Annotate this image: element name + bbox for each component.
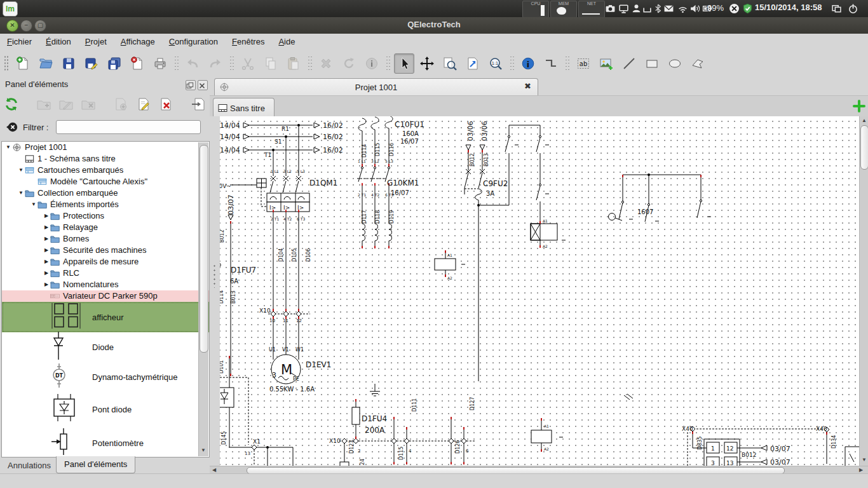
monitor-applet-cpu[interactable]: CPU xyxy=(522,1,549,18)
open-project-button[interactable] xyxy=(36,53,56,74)
monitor-applet-mem[interactable]: MEM xyxy=(550,1,577,18)
new-document-button[interactable] xyxy=(13,53,33,74)
monitor-applet-net[interactable]: NET xyxy=(578,1,605,18)
tree-item-protections[interactable]: ▶Protections xyxy=(2,210,209,222)
menu-launcher-icon[interactable]: lm xyxy=(3,1,18,17)
zoom-fit-button[interactable] xyxy=(440,53,460,74)
save-button[interactable] xyxy=(58,53,79,74)
edit-element-button[interactable] xyxy=(135,95,152,113)
tree-scrollbar-thumb[interactable] xyxy=(200,145,208,353)
collapse-icon[interactable]: ▼ xyxy=(30,201,37,207)
scroll-right-icon[interactable]: ▶ xyxy=(859,467,863,473)
project-tab[interactable]: Projet 1001 ✖ xyxy=(214,78,538,96)
tree-item-appareils-de-mesure[interactable]: ▶Appareils de mesure xyxy=(2,256,209,268)
tree-item-1-sche-ma-sans-titre[interactable]: 1 - Schéma sans titre xyxy=(2,153,209,165)
panel-close-button[interactable] xyxy=(198,80,208,90)
add-image-button[interactable] xyxy=(596,53,616,74)
select-mode-button[interactable] xyxy=(394,53,414,74)
tree-scroll-down-icon[interactable]: ▼ xyxy=(201,447,206,453)
filter-input[interactable] xyxy=(56,120,201,134)
add-ellipse-button[interactable] xyxy=(665,53,685,74)
element-item-pont-diode[interactable]: Pont diode xyxy=(2,391,209,427)
element-item-dynamo-tachyme-trique[interactable]: DTDynamo-tachymétrique xyxy=(2,362,209,391)
tree-item-collection-embarque-e[interactable]: ▼Collection embarquée xyxy=(2,187,209,199)
scroll-up-icon[interactable]: ▲ xyxy=(862,118,867,123)
tree-item-variateur-dc-parker-590p[interactable]: Variateur DC Parker 590p xyxy=(2,290,209,302)
collapse-icon[interactable]: ▼ xyxy=(17,190,25,196)
menu-fenetres[interactable]: Fenêtres xyxy=(225,34,271,49)
add-line-button[interactable] xyxy=(619,53,639,74)
menu-aide[interactable]: Aide xyxy=(271,34,302,49)
add-rectangle-button[interactable] xyxy=(642,53,662,74)
scroll-down-icon[interactable]: ▼ xyxy=(862,457,867,463)
expand-icon[interactable]: ▶ xyxy=(43,259,50,264)
tab-annulations[interactable]: Annulations xyxy=(3,459,56,472)
panel-splitter[interactable] xyxy=(210,116,220,466)
expand-icon[interactable]: ▶ xyxy=(43,224,50,230)
bluetooth-icon[interactable] xyxy=(653,3,663,14)
menu-affichage[interactable]: Affichage xyxy=(114,34,162,49)
clock[interactable]: 15/10/2014, 18:58 xyxy=(755,3,822,12)
project-tab-close-icon[interactable]: ✖ xyxy=(524,81,531,91)
import-element-button[interactable] xyxy=(190,95,207,113)
tree-item-bornes[interactable]: ▶Bornes xyxy=(2,233,209,245)
expand-icon[interactable]: ▶ xyxy=(43,281,50,287)
shield-icon[interactable] xyxy=(742,3,753,14)
add-conductor-button[interactable] xyxy=(541,53,561,74)
pan-mode-button[interactable] xyxy=(417,53,437,74)
schematic-canvas[interactable]: 14/0414/0414/0416/0216/0216/02R1S1T1C10F… xyxy=(220,116,859,466)
canvas-vertical-scrollbar[interactable]: ▲ ▼ xyxy=(859,116,868,466)
collapse-icon[interactable]: ▼ xyxy=(4,144,12,150)
tree-item-mode-le-cartouche-alexis-[interactable]: Modèle "Cartouche Alexis" xyxy=(2,176,209,187)
close-project-button[interactable] xyxy=(127,53,147,74)
diagram-info-button[interactable]: i xyxy=(518,53,538,74)
tree-item-e-le-ments-importe-s[interactable]: ▼Éléments importés xyxy=(2,199,209,210)
tree-item-nomenclatures[interactable]: ▶Nomenclatures xyxy=(2,279,209,290)
panel-float-button[interactable] xyxy=(186,80,196,90)
diagram-tab[interactable]: Sans titre xyxy=(213,98,275,118)
monitor-icon[interactable] xyxy=(618,3,629,14)
wifi-icon[interactable] xyxy=(677,3,688,14)
power-icon[interactable] xyxy=(848,3,858,14)
tree-item-cartouches-embarque-s[interactable]: ▼Cartouches embarqués xyxy=(2,165,209,176)
window-titlebar[interactable]: ✕ − ▢ QElectroTech xyxy=(0,17,868,34)
canvas-vscroll-thumb[interactable] xyxy=(860,125,868,170)
volume-icon[interactable] xyxy=(689,3,700,14)
reload-collections-button[interactable] xyxy=(3,95,20,113)
add-diagram-button[interactable] xyxy=(852,99,866,113)
filter-clear-icon[interactable] xyxy=(5,121,18,133)
print-button[interactable] xyxy=(150,53,170,74)
delete-element-button[interactable] xyxy=(158,95,175,113)
menu-fichier[interactable]: Fichier xyxy=(0,34,39,49)
tree-item-se-curite-des-machines[interactable]: ▶Sécurité des machines xyxy=(2,245,209,256)
camera-icon[interactable] xyxy=(605,3,616,14)
save-as-button[interactable] xyxy=(81,53,102,74)
splitter-grip[interactable] xyxy=(213,264,216,288)
element-item-diode[interactable]: Diode xyxy=(2,332,209,362)
menu-configuration[interactable]: Configuration xyxy=(162,34,225,49)
scroll-left-icon[interactable]: ◀ xyxy=(212,467,216,473)
save-all-button[interactable] xyxy=(104,53,125,74)
expand-icon[interactable]: ▶ xyxy=(43,213,50,219)
element-item-potentiome-tre[interactable]: Potentiomètre xyxy=(2,427,209,458)
toolbar-grip[interactable] xyxy=(4,55,8,72)
tab-panel-elements[interactable]: Panel d'éléments xyxy=(56,456,135,473)
element-item-afficheur[interactable]: afficheur xyxy=(2,302,209,332)
zoom-reset-button[interactable]: 1:1 xyxy=(485,53,506,74)
menu-edition[interactable]: Édition xyxy=(39,34,78,49)
user-icon[interactable] xyxy=(631,3,642,14)
tree-item-relayage[interactable]: ▶Relayage xyxy=(2,222,209,233)
mail-icon[interactable] xyxy=(663,3,674,14)
expand-icon[interactable]: ▶ xyxy=(43,236,50,241)
menu-projet[interactable]: Projet xyxy=(78,34,114,49)
tree-item-projet-1001[interactable]: ▼Projet 1001 xyxy=(2,142,209,153)
tree-scrollbar[interactable]: ▼ xyxy=(198,142,208,456)
network-error-icon[interactable] xyxy=(729,3,740,14)
add-text-button[interactable]: ab xyxy=(573,53,593,74)
add-polygon-button[interactable] xyxy=(688,53,708,74)
tree-item-rlc[interactable]: ▶RLC xyxy=(2,268,209,279)
workspaces-icon[interactable] xyxy=(831,3,842,14)
expand-icon[interactable]: ▶ xyxy=(43,270,50,276)
expand-icon[interactable]: ▶ xyxy=(43,247,50,253)
collapse-icon[interactable]: ▼ xyxy=(17,167,25,173)
